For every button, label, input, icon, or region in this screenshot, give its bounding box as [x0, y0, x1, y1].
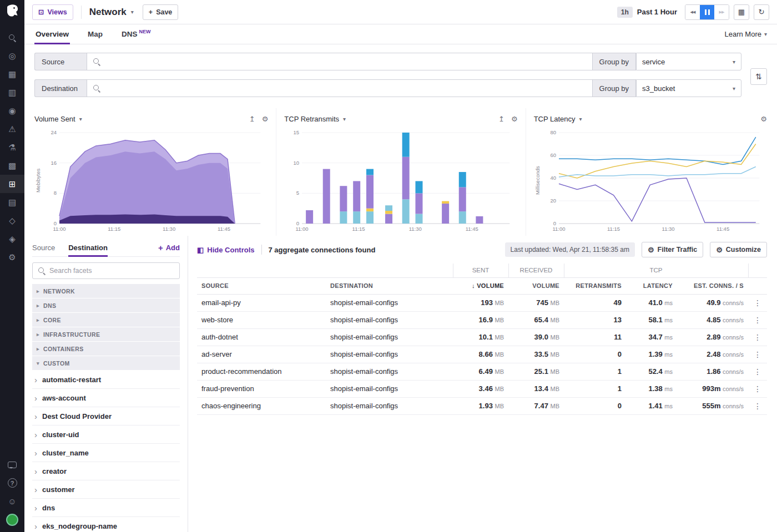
swap-direction-button[interactable]: ⇅ [750, 68, 767, 85]
row-menu-button[interactable]: ⋮ [748, 363, 767, 380]
calendar-icon: ▦ [738, 8, 745, 16]
sidebar-item-host-map[interactable]: ▦ [0, 65, 24, 83]
sidebar-item-infrastructure[interactable]: ◎ [0, 47, 24, 65]
column-header-latency[interactable]: LATENCY [626, 277, 677, 294]
sidebar-item-help[interactable]: ? [0, 474, 24, 492]
table-row[interactable]: chaos-engineeringshopist-email-configs1.… [197, 397, 767, 414]
table-row[interactable]: auth-dotnetshopist-email-configs10.1 MB3… [197, 328, 767, 346]
column-header-received-volume[interactable]: VOLUME [508, 277, 564, 294]
gear-icon[interactable]: ⚙ [511, 115, 518, 123]
chart-title-menu[interactable]: TCP Latency ▾ [534, 115, 582, 123]
sidebar-item-synthetics[interactable]: ⚗ [0, 138, 24, 156]
gear-icon: ⚙ [648, 246, 654, 254]
cell-destination: shopist-email-configs [326, 346, 453, 363]
facet-item-automatic-restart[interactable]: ›automatic-restart [32, 371, 180, 389]
row-menu-button[interactable]: ⋮ [748, 311, 767, 328]
export-icon[interactable]: ↥ [498, 115, 504, 123]
facet-tab-source[interactable]: Source [32, 239, 55, 256]
row-menu-button[interactable]: ⋮ [748, 328, 767, 346]
sidebar-item-security[interactable]: ◈ [0, 230, 24, 248]
sidebar-item-logs[interactable]: ▤ [0, 193, 24, 211]
facet-item-cluster-uid[interactable]: ›cluster-uid [32, 425, 180, 444]
sidebar-item-users[interactable]: ☺ [0, 492, 24, 510]
facet-item-dest-cloud-provider[interactable]: ›Dest Cloud Provider [32, 407, 180, 425]
sidebar-item-network[interactable]: ⊞ [0, 175, 24, 193]
column-header-destination[interactable]: DESTINATION [326, 277, 453, 294]
hide-controls-button[interactable]: ◧ Hide Controls [197, 246, 255, 254]
source-groupby-select[interactable]: service ▾ [636, 53, 741, 70]
facet-item-creator[interactable]: ›creator [32, 462, 180, 480]
add-facet-button[interactable]: + Add [158, 243, 180, 252]
source-search-box[interactable] [87, 53, 593, 70]
tcp-latency-chart: Milliseconds 02040608011:0011:1511:3011:… [534, 126, 767, 235]
row-menu-button[interactable]: ⋮ [748, 380, 767, 397]
skip-back-button[interactable]: ◀◀ [685, 5, 700, 19]
skip-forward-button[interactable]: ▶▶ [714, 5, 729, 19]
facet-search-box[interactable] [32, 262, 180, 279]
gear-icon[interactable]: ⚙ [760, 115, 767, 123]
sidebar-item-processes[interactable]: ▩ [0, 156, 24, 175]
datadog-logo-icon[interactable] [5, 4, 20, 19]
facet-group-dns[interactable]: ▸DNS [32, 298, 180, 312]
gear-icon[interactable]: ⚙ [262, 115, 269, 123]
column-header-est-conns[interactable]: EST. CONNS. / S [677, 277, 748, 294]
tab-dns[interactable]: DNSNEW [120, 24, 152, 44]
destination-search-box[interactable] [87, 79, 593, 97]
sidebar-item-settings[interactable]: ⚙ [0, 248, 24, 266]
facet-group-network[interactable]: ▸NETWORK [32, 284, 180, 298]
views-button[interactable]: ⊡ Views [32, 4, 73, 20]
ci-icon: ◇ [9, 216, 16, 226]
source-query-input[interactable] [105, 58, 587, 66]
facet-search-input[interactable] [49, 267, 174, 275]
sidebar-item-avatar[interactable] [0, 510, 24, 529]
tab-overview[interactable]: Overview [34, 24, 70, 44]
column-header-source[interactable]: SOURCE [197, 277, 326, 294]
row-menu-button[interactable]: ⋮ [748, 294, 767, 311]
row-menu-button[interactable]: ⋮ [748, 397, 767, 414]
table-row[interactable]: ad-servershopist-email-configs8.66 MB33.… [197, 346, 767, 363]
destination-groupby-select[interactable]: s3_bucket ▾ [636, 79, 741, 97]
facet-group-custom[interactable]: ▾CUSTOM [32, 356, 180, 370]
refresh-button[interactable]: ↻ [754, 4, 769, 20]
svg-text:11:30: 11:30 [409, 226, 422, 232]
time-range-badge[interactable]: 1h [617, 7, 633, 18]
settings-icon: ⚙ [8, 252, 16, 262]
sidebar-item-monitors[interactable]: ⚠ [0, 120, 24, 138]
chart-title-menu[interactable]: Volume Sent ▾ [34, 115, 82, 123]
table-row[interactable]: web-storeshopist-email-configs16.9 MB65.… [197, 311, 767, 328]
customize-button[interactable]: ⚙ Customize [710, 242, 767, 257]
page-title-menu[interactable]: Network ▾ [89, 7, 134, 18]
table-row[interactable]: product-recommendationshopist-email-conf… [197, 363, 767, 380]
destination-query-input[interactable] [105, 84, 587, 93]
facet-item-aws-account[interactable]: ›aws-account [32, 389, 180, 407]
column-header-retransmits[interactable]: RETRANSMITS [564, 277, 626, 294]
facet-group-core[interactable]: ▸CORE [32, 313, 180, 327]
sidebar-item-metrics[interactable]: ▥ [0, 83, 24, 102]
export-icon[interactable]: ↥ [249, 115, 255, 123]
facet-item-cluster-name[interactable]: ›cluster_name [32, 444, 180, 462]
sidebar-item-apm[interactable]: ◉ [0, 102, 24, 120]
pause-button[interactable] [700, 5, 714, 19]
facet-tab-destination[interactable]: Destination [68, 239, 108, 256]
groupby-label: Group by [593, 53, 636, 70]
cell-received-volume: 13.4 MB [508, 380, 564, 397]
row-menu-button[interactable]: ⋮ [748, 346, 767, 363]
sidebar-item-ci[interactable]: ◇ [0, 211, 24, 230]
table-row[interactable]: email-api-pyshopist-email-configs193 MB7… [197, 294, 767, 311]
column-header-sent-volume[interactable]: ↓ VOLUME [453, 277, 508, 294]
table-row[interactable]: fraud-preventionshopist-email-configs3.4… [197, 380, 767, 397]
sidebar-item-chat[interactable] [0, 455, 24, 474]
filter-traffic-button[interactable]: ⚙ Filter Traffic [642, 242, 703, 257]
facet-item-eks-nodegroup-name[interactable]: ›eks_nodegroup-name [32, 517, 180, 532]
chart-title-menu[interactable]: TCP Retransmits ▾ [284, 115, 346, 123]
time-range-label[interactable]: Past 1 Hour [637, 8, 677, 16]
calendar-button[interactable]: ▦ [734, 4, 749, 20]
learn-more-menu[interactable]: Learn More ▾ [724, 24, 767, 44]
facet-item-dns[interactable]: ›dns [32, 499, 180, 517]
facet-item-customer[interactable]: ›customer [32, 480, 180, 499]
save-button[interactable]: + Save [143, 4, 179, 20]
tab-map[interactable]: Map [87, 24, 104, 44]
facet-group-containers[interactable]: ▸CONTAINERS [32, 342, 180, 356]
facet-group-infrastructure[interactable]: ▸INFRASTRUCTURE [32, 327, 180, 341]
sidebar-item-search[interactable] [0, 28, 24, 47]
